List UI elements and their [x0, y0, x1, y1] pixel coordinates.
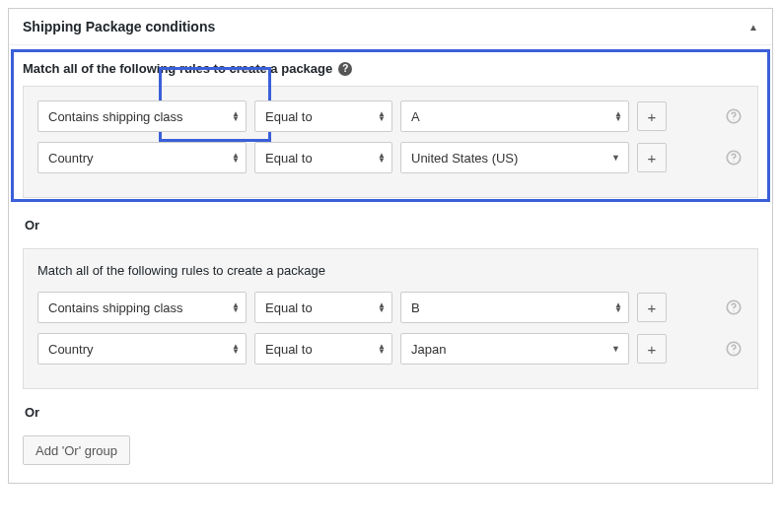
- operator-value: Equal to: [265, 342, 313, 357]
- rule-row: Country ▲▼ Equal to ▲▼ United States (US…: [37, 142, 744, 173]
- value-text: Japan: [411, 342, 446, 357]
- add-rule-button[interactable]: +: [637, 143, 667, 172]
- group2-label: Match all of the following rules to crea…: [37, 263, 744, 278]
- add-or-group-button[interactable]: Add 'Or' group: [23, 435, 130, 465]
- value-select[interactable]: B ▲▼: [400, 292, 629, 323]
- select-arrows-icon: ▲▼: [232, 302, 240, 312]
- rule-row: Country ▲▼ Equal to ▲▼ Japan ▼ +: [37, 333, 744, 365]
- select-arrows-icon: ▲▼: [232, 153, 240, 163]
- or-separator: Or: [23, 389, 758, 435]
- collapse-icon[interactable]: ▲: [748, 22, 758, 33]
- panel-title: Shipping Package conditions: [23, 19, 215, 34]
- subject-select[interactable]: Contains shipping class ▲▼: [37, 100, 247, 132]
- shipping-conditions-panel: Shipping Package conditions ▲ Match all …: [8, 8, 773, 484]
- chevron-down-icon: ▼: [611, 153, 620, 163]
- subject-select[interactable]: Country ▲▼: [37, 142, 247, 173]
- select-arrows-icon: ▲▼: [378, 111, 386, 121]
- select-arrows-icon: ▲▼: [232, 344, 240, 354]
- plus-icon: +: [648, 108, 657, 125]
- value-select[interactable]: A ▲▼: [400, 100, 629, 132]
- row-help-icon[interactable]: [724, 298, 744, 317]
- value-text: A: [411, 109, 420, 124]
- subject-value: Contains shipping class: [48, 300, 183, 315]
- group1-label: Match all of the following rules to crea…: [23, 61, 758, 76]
- select-arrows-icon: ▲▼: [614, 302, 622, 312]
- plus-icon: +: [648, 341, 657, 358]
- add-rule-button[interactable]: +: [637, 293, 667, 322]
- subject-value: Country: [48, 342, 94, 357]
- group1-label-text: Match all of the following rules to crea…: [23, 61, 332, 76]
- select-arrows-icon: ▲▼: [614, 111, 622, 121]
- row-help-icon[interactable]: [724, 339, 744, 359]
- plus-icon: +: [648, 150, 657, 166]
- panel-header[interactable]: Shipping Package conditions ▲: [9, 9, 772, 45]
- operator-value: Equal to: [265, 300, 313, 315]
- operator-select[interactable]: Equal to ▲▼: [254, 142, 392, 173]
- operator-select[interactable]: Equal to ▲▼: [254, 333, 392, 365]
- subject-value: Contains shipping class: [48, 109, 183, 124]
- plus-icon: +: [648, 299, 657, 316]
- subject-select[interactable]: Country ▲▼: [37, 333, 247, 365]
- select-arrows-icon: ▲▼: [378, 344, 386, 354]
- rule-row: Contains shipping class ▲▼ Equal to ▲▼ A…: [37, 100, 744, 132]
- svg-point-3: [733, 161, 734, 162]
- select-arrows-icon: ▲▼: [378, 153, 386, 163]
- operator-select[interactable]: Equal to ▲▼: [254, 292, 392, 323]
- operator-select[interactable]: Equal to ▲▼: [254, 100, 392, 132]
- subject-select[interactable]: Contains shipping class ▲▼: [37, 292, 247, 323]
- add-rule-button[interactable]: +: [637, 334, 667, 364]
- select-arrows-icon: ▲▼: [378, 302, 386, 312]
- svg-point-1: [733, 119, 734, 120]
- add-or-group-label: Add 'Or' group: [36, 443, 117, 458]
- value-text: B: [411, 300, 420, 315]
- help-icon[interactable]: ?: [338, 62, 352, 76]
- add-rule-button[interactable]: +: [637, 101, 667, 131]
- rule-row: Contains shipping class ▲▼ Equal to ▲▼ B…: [37, 292, 744, 323]
- highlighted-group: Match all of the following rules to crea…: [11, 49, 770, 202]
- value-select[interactable]: United States (US) ▼: [400, 142, 629, 173]
- panel-body: Match all of the following rules to crea…: [9, 45, 772, 483]
- value-text: United States (US): [411, 151, 518, 166]
- svg-point-5: [733, 310, 734, 311]
- rule-group-2: Match all of the following rules to crea…: [23, 248, 758, 389]
- operator-value: Equal to: [265, 151, 313, 166]
- svg-point-7: [733, 352, 734, 353]
- subject-value: Country: [48, 151, 94, 166]
- value-select[interactable]: Japan ▼: [400, 333, 629, 365]
- chevron-down-icon: ▼: [611, 344, 620, 354]
- operator-value: Equal to: [265, 109, 313, 124]
- row-help-icon[interactable]: [724, 148, 744, 167]
- rule-group-1: Contains shipping class ▲▼ Equal to ▲▼ A…: [23, 86, 758, 198]
- row-help-icon[interactable]: [724, 106, 744, 126]
- select-arrows-icon: ▲▼: [232, 111, 240, 121]
- or-separator: Or: [23, 202, 758, 248]
